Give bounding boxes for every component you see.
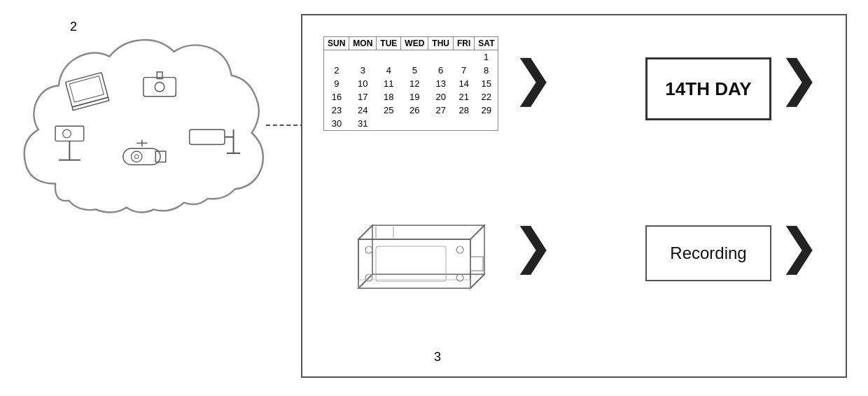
svg-rect-3 bbox=[144, 78, 176, 97]
svg-rect-0 bbox=[66, 73, 108, 107]
list-item: 1 bbox=[475, 50, 498, 64]
list-item bbox=[454, 117, 475, 131]
svg-point-31 bbox=[456, 274, 463, 281]
calendar-section: SUN MON TUE WED THU FRI SAT 123456789101… bbox=[323, 36, 505, 131]
cal-header-fri: FRI bbox=[454, 37, 475, 50]
list-item: 24 bbox=[349, 104, 377, 117]
table-row: 2345678 bbox=[324, 64, 498, 77]
svg-rect-17 bbox=[190, 129, 225, 144]
table-row: 9101112131415 bbox=[324, 77, 498, 90]
svg-rect-32 bbox=[376, 246, 446, 281]
cal-header-mon: MON bbox=[349, 37, 377, 50]
list-item bbox=[475, 117, 498, 131]
list-item: 9 bbox=[324, 77, 349, 90]
calendar-table: SUN MON TUE WED THU FRI SAT 123456789101… bbox=[323, 36, 498, 131]
svg-rect-2 bbox=[72, 97, 109, 110]
list-item bbox=[377, 117, 401, 131]
cloud-label: 2 bbox=[70, 20, 77, 34]
list-item: 18 bbox=[377, 90, 401, 104]
list-item: 2 bbox=[324, 64, 349, 77]
list-item: 21 bbox=[454, 90, 475, 104]
list-item: 23 bbox=[324, 104, 349, 117]
list-item: 25 bbox=[377, 104, 401, 117]
list-item: 10 bbox=[349, 77, 377, 90]
right-panel: SUN MON TUE WED THU FRI SAT 123456789101… bbox=[301, 14, 847, 378]
list-item: 12 bbox=[401, 77, 428, 90]
svg-point-28 bbox=[365, 246, 372, 253]
list-item bbox=[454, 50, 475, 64]
list-item: 31 bbox=[349, 117, 377, 131]
cal-header-tue: TUE bbox=[377, 37, 401, 50]
list-item: 15 bbox=[475, 77, 498, 90]
list-item: 6 bbox=[428, 64, 454, 77]
chevron-day-out: ❯ bbox=[778, 54, 820, 103]
svg-point-29 bbox=[456, 246, 463, 253]
svg-point-14 bbox=[134, 155, 139, 159]
list-item: 16 bbox=[324, 90, 349, 104]
list-item: 27 bbox=[428, 104, 454, 117]
svg-point-8 bbox=[63, 129, 71, 138]
table-row: 3031 bbox=[324, 117, 498, 131]
list-item: 28 bbox=[454, 104, 475, 117]
svg-point-6 bbox=[155, 82, 164, 92]
table-row: 1 bbox=[324, 50, 498, 64]
list-item: 7 bbox=[454, 64, 475, 77]
list-item bbox=[324, 50, 349, 64]
list-item: 19 bbox=[401, 90, 428, 104]
list-item: 17 bbox=[349, 90, 377, 104]
list-item: 3 bbox=[349, 64, 377, 77]
list-item: 4 bbox=[377, 64, 401, 77]
hdd-label: 3 bbox=[434, 350, 441, 365]
list-item: 11 bbox=[377, 77, 401, 90]
list-item: 5 bbox=[401, 64, 428, 77]
connector-arrow bbox=[266, 125, 304, 126]
cal-header-wed: WED bbox=[401, 37, 428, 50]
list-item bbox=[377, 50, 401, 64]
hdd-section bbox=[323, 204, 505, 316]
cal-header-thu: THU bbox=[428, 37, 454, 50]
chevron-cal-to-day: ❯ bbox=[512, 54, 554, 103]
recording-box: Recording bbox=[645, 225, 771, 281]
list-item bbox=[349, 50, 377, 64]
list-item bbox=[428, 117, 454, 131]
svg-rect-7 bbox=[55, 126, 84, 141]
cal-header-sat: SAT bbox=[475, 37, 498, 50]
svg-rect-33 bbox=[470, 257, 483, 271]
chevron-hdd-to-recording: ❯ bbox=[512, 222, 554, 271]
svg-marker-22 bbox=[358, 225, 484, 239]
svg-point-13 bbox=[131, 151, 141, 162]
list-item bbox=[401, 50, 428, 64]
list-item bbox=[428, 50, 454, 64]
table-row: 16171819202122 bbox=[324, 90, 498, 104]
list-item: 14 bbox=[454, 77, 475, 90]
chevron-recording-out: ❯ bbox=[778, 222, 820, 271]
diagram-container: 2 SUN MON TUE WED THU FRI SAT bbox=[0, 0, 868, 396]
list-item: 26 bbox=[401, 104, 428, 117]
list-item: 22 bbox=[475, 90, 498, 104]
cloud-area bbox=[14, 28, 266, 238]
list-item: 29 bbox=[475, 104, 498, 117]
day-box: 14TH DAY bbox=[645, 57, 771, 120]
list-item: 8 bbox=[475, 64, 498, 77]
list-item: 20 bbox=[428, 90, 454, 104]
list-item: 13 bbox=[428, 77, 454, 90]
list-item bbox=[401, 117, 428, 131]
table-row: 23242526272829 bbox=[324, 104, 498, 117]
cal-header-sun: SUN bbox=[324, 37, 349, 50]
list-item: 30 bbox=[324, 117, 349, 131]
